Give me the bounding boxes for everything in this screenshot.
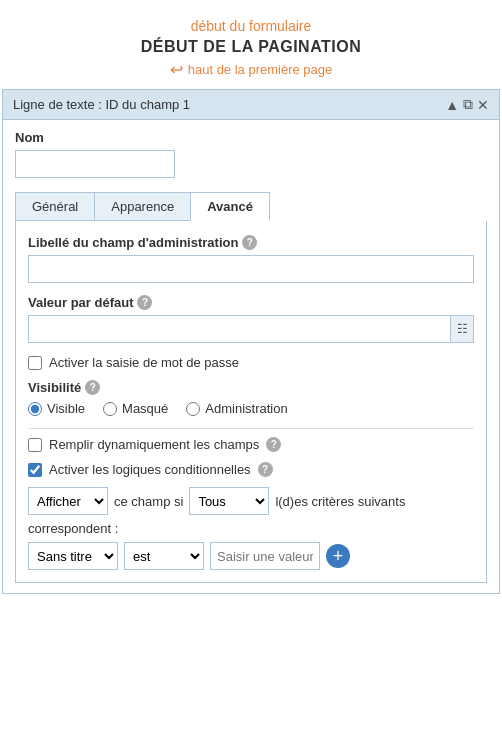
panel: Ligne de texte : ID du champ 1 ▲ ⧉ ✕ Nom… <box>2 89 500 594</box>
valeur-input[interactable] <box>28 315 450 343</box>
visibilite-section-label: Visibilité ? <box>28 380 474 395</box>
password-label: Activer la saisie de mot de passe <box>49 355 239 370</box>
sans-titre-dropdown[interactable]: Sans titre <box>28 542 118 570</box>
admin-help-icon[interactable]: ? <box>242 235 257 250</box>
tab-avance[interactable]: Avancé <box>190 192 270 221</box>
valeur-input-group: ☷ <box>28 315 474 343</box>
nom-label: Nom <box>15 130 487 145</box>
admin-label-heading: Libellé du champ d'administration ? <box>28 235 474 250</box>
visibilite-radio-group: Visible Masqué Administration <box>28 401 474 416</box>
radio-visible[interactable]: Visible <box>28 401 85 416</box>
valeur-label-heading: Valeur par défaut ? <box>28 295 474 310</box>
admin-label-group: Libellé du champ d'administration ? <box>28 235 474 283</box>
correspondent-text: correspondent : <box>28 521 474 536</box>
remplir-row: Remplir dynamiquement les champs ? <box>28 437 474 452</box>
debut-pagination-label: DÉBUT DE LA PAGINATION <box>10 38 492 56</box>
panel-actions: ▲ ⧉ ✕ <box>445 96 489 113</box>
correspond-row: Sans titre est n'est pas + <box>28 542 474 570</box>
logiques-checkbox[interactable] <box>28 463 42 477</box>
condition-row-1: Afficher Masquer ce champ si Tous L'un l… <box>28 487 474 515</box>
close-icon[interactable]: ✕ <box>477 97 489 113</box>
collapse-icon[interactable]: ▲ <box>445 97 459 113</box>
radio-administration[interactable]: Administration <box>186 401 287 416</box>
tab-apparence[interactable]: Apparence <box>94 192 191 221</box>
top-banner: début du formulaire DÉBUT DE LA PAGINATI… <box>0 0 502 89</box>
debut-formulaire-label: début du formulaire <box>10 18 492 34</box>
afficher-dropdown[interactable]: Afficher Masquer <box>28 487 108 515</box>
password-row: Activer la saisie de mot de passe <box>28 355 474 370</box>
add-condition-button[interactable]: + <box>326 544 350 568</box>
haut-page-label: ↩ haut de la première page <box>10 60 492 79</box>
valeur-help-icon[interactable]: ? <box>137 295 152 310</box>
admin-label-input[interactable] <box>28 255 474 283</box>
valeur-list-button[interactable]: ☷ <box>450 315 474 343</box>
remplir-label: Remplir dynamiquement les champs <box>49 437 259 452</box>
password-checkbox[interactable] <box>28 356 42 370</box>
nom-group: Nom <box>15 130 487 178</box>
panel-title: Ligne de texte : ID du champ 1 <box>13 97 190 112</box>
tous-dropdown[interactable]: Tous L'un <box>189 487 269 515</box>
remplir-checkbox[interactable] <box>28 438 42 452</box>
tab-general[interactable]: Général <box>15 192 95 221</box>
valeur-group: Valeur par défaut ? ☷ <box>28 295 474 343</box>
arrow-icon: ↩ <box>170 60 183 79</box>
visibilite-help-icon[interactable]: ? <box>85 380 100 395</box>
panel-body: Nom Général Apparence Avancé Libellé du … <box>3 120 499 593</box>
tabs-bar: Général Apparence Avancé <box>15 192 487 221</box>
radio-masque[interactable]: Masqué <box>103 401 168 416</box>
tab-avance-content: Libellé du champ d'administration ? Vale… <box>15 221 487 583</box>
logiques-row: Activer les logiques conditionnelles ? <box>28 462 474 477</box>
copy-icon[interactable]: ⧉ <box>463 96 473 113</box>
logiques-label: Activer les logiques conditionnelles <box>49 462 251 477</box>
nom-input[interactable] <box>15 150 175 178</box>
logiques-help-icon[interactable]: ? <box>258 462 273 477</box>
ce-champ-si-text: ce champ si <box>114 494 183 509</box>
criteres-text: l(d)es critères suivants <box>275 494 405 509</box>
est-dropdown[interactable]: est n'est pas <box>124 542 204 570</box>
divider-1 <box>28 428 474 429</box>
remplir-help-icon[interactable]: ? <box>266 437 281 452</box>
valeur-saisir-input[interactable] <box>210 542 320 570</box>
panel-header: Ligne de texte : ID du champ 1 ▲ ⧉ ✕ <box>3 90 499 120</box>
